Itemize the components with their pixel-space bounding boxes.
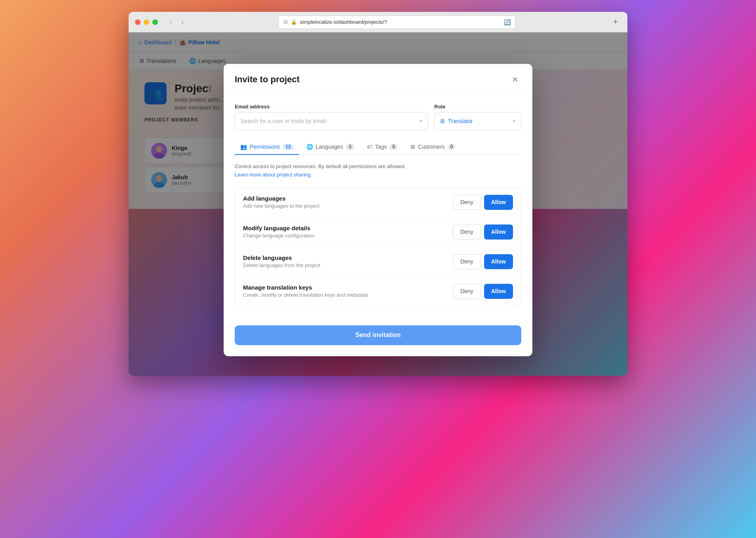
reader-icon: ⊟ xyxy=(283,19,288,25)
permission-desc: Delete languages from the project xyxy=(243,263,453,269)
form-row: Email address Search for a user or invit… xyxy=(235,104,521,130)
modal-close-button[interactable]: ✕ xyxy=(509,73,521,86)
role-select[interactable]: ⊞ Translator ▾ xyxy=(434,112,521,130)
tab-tags-label: Tags xyxy=(375,144,387,150)
tab-customers[interactable]: ⊞ Customers 0 xyxy=(405,140,461,155)
browser-titlebar: ‹ › ⊟ 🔒 simplelocalize.io/dashboard/proj… xyxy=(129,12,627,32)
maximize-traffic-light[interactable] xyxy=(152,19,158,25)
lock-icon: 🔒 xyxy=(291,19,297,25)
url-text: simplelocalize.io/dashboard/projects/? xyxy=(300,19,387,25)
permission-desc: Create, modify or delete translation key… xyxy=(243,292,453,298)
email-placeholder: Search for a user or invite by email xyxy=(241,118,326,124)
permission-item: Modify language details Change language … xyxy=(235,217,521,247)
minimize-traffic-light[interactable] xyxy=(144,19,149,25)
permission-name: Add languages xyxy=(243,195,453,202)
permission-item: Manage translation keys Create, modify o… xyxy=(235,277,521,306)
role-icon: ⊞ xyxy=(440,118,445,124)
permissions-tabs: 👥 Permissions 12 🌐 Languages 3 🏷 Tags 5 xyxy=(235,140,521,155)
permission-actions: Deny Allow xyxy=(453,254,513,269)
permissions-info: Control access to project resources. By … xyxy=(235,163,521,179)
tab-customers-label: Customers xyxy=(418,144,445,150)
email-form-group: Email address Search for a user or invit… xyxy=(235,104,428,130)
permission-item: Add languages Add new languages to the p… xyxy=(235,188,521,217)
new-tab-button[interactable]: + xyxy=(610,17,621,28)
permission-name: Modify language details xyxy=(243,225,453,232)
role-label: Role xyxy=(434,104,521,110)
permission-actions: Deny Allow xyxy=(453,224,513,239)
permission-actions: Deny Allow xyxy=(453,284,513,299)
allow-button-add-languages[interactable]: Allow xyxy=(484,195,513,210)
permission-text-add-languages: Add languages Add new languages to the p… xyxy=(243,195,453,209)
modal-header: Invite to project ✕ xyxy=(224,64,532,94)
tab-permissions[interactable]: 👥 Permissions 12 xyxy=(235,140,299,155)
deny-button-modify-language[interactable]: Deny xyxy=(453,224,481,239)
page-content-area: ⌂ Dashboard / 🏨 Pillow Hotel ⊞ Translati… xyxy=(129,32,627,376)
tab-permissions-badge: 12 xyxy=(283,144,293,150)
forward-button[interactable]: › xyxy=(178,17,187,27)
address-bar[interactable]: ⊟ 🔒 simplelocalize.io/dashboard/projects… xyxy=(278,15,516,29)
email-chevron-icon: ▾ xyxy=(420,118,422,124)
role-chevron-icon: ▾ xyxy=(513,118,515,124)
email-label: Email address xyxy=(235,104,428,110)
tab-globe-icon: 🌐 xyxy=(306,144,313,150)
allow-button-manage-keys[interactable]: Allow xyxy=(484,284,513,299)
modal-title: Invite to project xyxy=(235,74,300,85)
nav-arrows: ‹ › xyxy=(166,17,187,27)
permission-text-modify-language: Modify language details Change language … xyxy=(243,225,453,239)
permission-text-manage-keys: Manage translation keys Create, modify o… xyxy=(243,284,453,298)
permission-actions: Deny Allow xyxy=(453,195,513,210)
tab-customers-badge: 0 xyxy=(448,144,456,150)
deny-button-manage-keys[interactable]: Deny xyxy=(453,284,481,299)
tab-tags-badge: 5 xyxy=(389,144,398,150)
modal-body: Email address Search for a user or invit… xyxy=(224,94,532,325)
deny-button-add-languages[interactable]: Deny xyxy=(453,195,481,210)
tab-languages[interactable]: 🌐 Languages 3 xyxy=(301,140,360,155)
tab-grid-icon: ⊞ xyxy=(410,144,415,150)
back-button[interactable]: ‹ xyxy=(166,17,175,27)
allow-button-modify-language[interactable]: Allow xyxy=(484,224,513,239)
role-value: ⊞ Translator xyxy=(440,118,473,124)
role-form-group: Role ⊞ Translator ▾ xyxy=(434,104,521,130)
permission-list: Add languages Add new languages to the p… xyxy=(235,187,521,306)
permission-desc: Change language configuration xyxy=(243,233,453,239)
browser-window: ‹ › ⊟ 🔒 simplelocalize.io/dashboard/proj… xyxy=(129,12,627,376)
deny-button-delete-languages[interactable]: Deny xyxy=(453,254,481,269)
traffic-lights xyxy=(135,19,158,25)
send-invitation-button[interactable]: Send invitation xyxy=(235,325,521,345)
address-bar-icons: 🔄 xyxy=(504,19,511,25)
tab-permissions-label: Permissions xyxy=(250,144,280,150)
tab-languages-badge: 3 xyxy=(346,144,354,150)
tab-tags[interactable]: 🏷 Tags 5 xyxy=(361,140,403,155)
tab-users-icon: 👥 xyxy=(240,144,247,150)
permission-text-delete-languages: Delete languages Delete languages from t… xyxy=(243,255,453,269)
modal-footer: Send invitation xyxy=(224,325,532,356)
close-traffic-light[interactable] xyxy=(135,19,141,25)
tab-tag-icon: 🏷 xyxy=(367,144,372,150)
tab-languages-label: Languages xyxy=(316,144,343,150)
permissions-learn-more-link[interactable]: Learn more about project sharing. xyxy=(235,172,312,178)
permission-desc: Add new languages to the project xyxy=(243,203,453,209)
invite-modal: Invite to project ✕ Email address Search… xyxy=(224,64,532,356)
permission-item: Delete languages Delete languages from t… xyxy=(235,247,521,277)
email-select[interactable]: Search for a user or invite by email ▾ xyxy=(235,112,428,130)
allow-button-delete-languages[interactable]: Allow xyxy=(484,254,513,269)
permission-name: Manage translation keys xyxy=(243,284,453,291)
permission-name: Delete languages xyxy=(243,255,453,261)
